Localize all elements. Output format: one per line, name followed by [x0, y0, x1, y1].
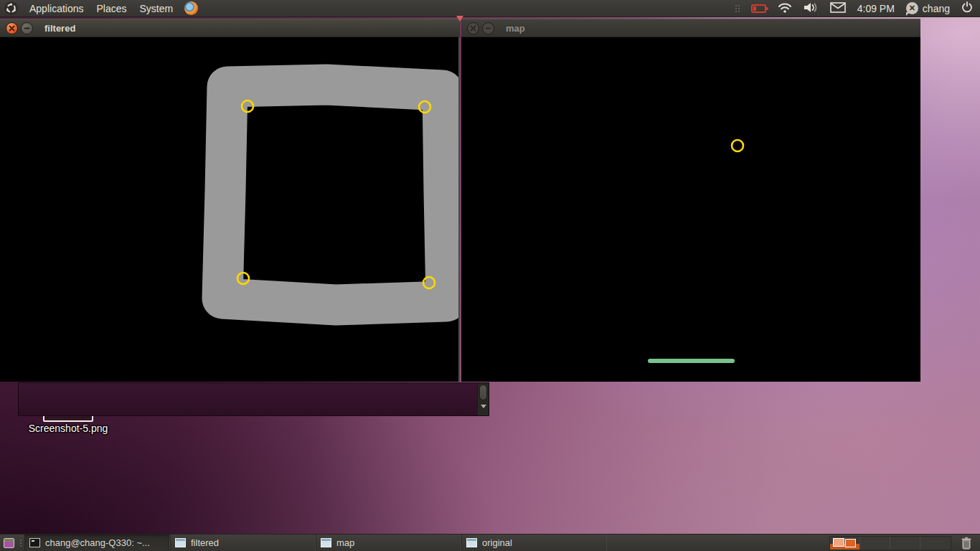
- taskbar-item-map[interactable]: map: [316, 534, 461, 551]
- minimize-icon[interactable]: [21, 22, 33, 34]
- window-icon: [175, 538, 186, 547]
- close-icon[interactable]: [467, 22, 479, 34]
- close-icon[interactable]: [6, 22, 18, 34]
- top-panel-tray: 4:09 PM ✕ chang: [735, 1, 980, 15]
- taskbar-item-terminal[interactable]: chang@chang-Q330: ~...: [24, 534, 170, 551]
- power-icon[interactable]: [961, 1, 973, 15]
- map-window-title: map: [506, 23, 525, 34]
- scrollbar[interactable]: [477, 383, 489, 415]
- username: chang: [923, 3, 950, 14]
- taskbar-item-filtered[interactable]: filtered: [170, 534, 316, 551]
- taskbar-label: map: [336, 537, 354, 548]
- workspace-3[interactable]: [890, 537, 920, 550]
- mini-window: [845, 539, 856, 547]
- workspace-4[interactable]: [920, 537, 951, 550]
- wifi-icon[interactable]: [778, 2, 792, 15]
- panel-grab-handle[interactable]: [735, 5, 740, 12]
- workspace-switcher: [829, 536, 951, 550]
- panel-grab-handle[interactable]: [20, 540, 22, 547]
- trash-applet[interactable]: [957, 537, 976, 550]
- bottom-panel: chang@chang-Q330: ~... filtered map orig…: [0, 534, 980, 551]
- volume-icon[interactable]: [804, 2, 819, 15]
- taskbar-label: original: [482, 537, 512, 548]
- me-menu[interactable]: ✕ chang: [906, 2, 950, 14]
- terminal-icon: [29, 538, 40, 547]
- show-desktop-button[interactable]: [0, 534, 17, 551]
- window-map: map: [461, 19, 920, 382]
- taskbar-label: chang@chang-Q330: ~...: [45, 537, 150, 548]
- top-panel-left: Applications Places System: [0, 1, 198, 16]
- map-markers: [732, 140, 743, 151]
- firefox-icon[interactable]: [184, 1, 198, 15]
- menu-places[interactable]: Places: [95, 1, 128, 16]
- trash-icon: [961, 537, 972, 550]
- workspace-2[interactable]: [860, 537, 890, 550]
- window-icon: [321, 538, 331, 547]
- bottom-panel-right: [829, 536, 980, 550]
- filtered-titlebar[interactable]: filtered: [0, 19, 460, 37]
- menu-system[interactable]: System: [138, 1, 175, 16]
- scrollbar-thumb[interactable]: [479, 385, 487, 400]
- taskbar-label: filtered: [191, 537, 219, 548]
- mini-window: [833, 538, 844, 547]
- corner-markers: [237, 100, 435, 288]
- minimize-icon[interactable]: [482, 22, 494, 34]
- window-icon: [466, 538, 477, 547]
- pointer-marker: [456, 16, 463, 22]
- menu-applications[interactable]: Applications: [28, 1, 85, 16]
- ubuntu-logo-icon[interactable]: [4, 1, 18, 15]
- terminal-window-peek[interactable]: [18, 382, 489, 416]
- gray-band-shape: [222, 85, 446, 305]
- map-canvas[interactable]: [461, 37, 920, 382]
- taskbar-item-original[interactable]: original: [461, 534, 607, 551]
- mail-icon[interactable]: [830, 2, 846, 15]
- workspace-1[interactable]: [830, 537, 860, 550]
- filtered-window-title: filtered: [44, 23, 75, 34]
- screenshot-file-label[interactable]: Screenshot-5.png: [14, 423, 122, 434]
- clock[interactable]: 4:09 PM: [857, 3, 895, 14]
- show-desktop-icon: [4, 538, 14, 548]
- status-icon: ✕: [906, 2, 918, 14]
- top-panel: Applications Places System: [0, 0, 980, 17]
- battery-icon[interactable]: [751, 4, 766, 13]
- desktop: Applications Places System: [0, 0, 980, 551]
- filtered-canvas[interactable]: [0, 37, 460, 382]
- window-filtered: filtered: [0, 19, 460, 382]
- map-titlebar[interactable]: map: [461, 19, 920, 37]
- scroll-down-icon[interactable]: [479, 402, 487, 410]
